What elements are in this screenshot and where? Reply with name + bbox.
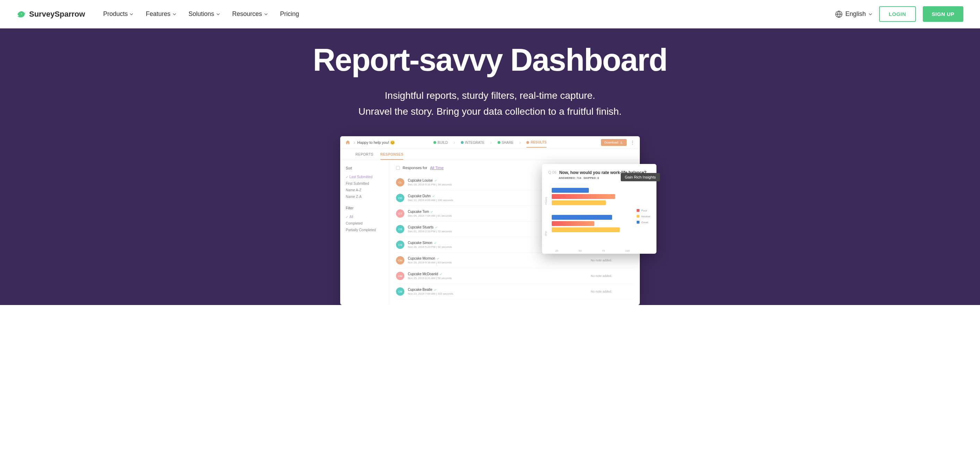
legend-poor: Poor <box>637 209 650 212</box>
brand-name: SurveySparrow <box>29 10 85 19</box>
chevron-down-icon <box>216 13 220 16</box>
response-meta: Nov 28, 2019 9:36 AM | 83 seconds <box>408 261 452 264</box>
select-all-checkbox[interactable] <box>396 166 400 170</box>
sidebar: Sort Last Submitted First Submitted Name… <box>340 160 389 305</box>
verified-icon <box>434 179 437 182</box>
chevron-down-icon <box>173 13 176 16</box>
download-icon <box>620 141 623 144</box>
response-meta: Nov 23, 2019 7:04 AM | 103 seconds <box>408 292 453 295</box>
response-row[interactable]: CM Cupcake McDoanld Nov 25, 2019 8:21 AM… <box>396 268 633 284</box>
verified-icon <box>430 210 433 213</box>
insights-tooltip: Gain Rich Insights <box>621 173 660 181</box>
chevron-down-icon <box>869 13 872 16</box>
chart-bar <box>552 188 589 193</box>
sort-last-submitted[interactable]: Last Submitted <box>346 174 383 180</box>
tab-reports[interactable]: REPORTS <box>355 153 374 160</box>
filter-heading: Filter <box>346 206 383 210</box>
workflow-steps: BUILD › INTEGRATE › SHARE › RESULTS <box>433 139 547 146</box>
dashboard-tabs: REPORTS RESPONSES <box>340 149 640 160</box>
verified-icon <box>434 288 437 291</box>
response-name: Cupcake Simon <box>408 241 452 245</box>
chevron-down-icon <box>130 13 133 16</box>
site-header: SurveySparrow Products Features Solution… <box>0 0 980 29</box>
main-nav: Products Features Solutions Resources Pr… <box>103 10 299 17</box>
hero-title: Report-savvy Dashboard <box>0 42 980 78</box>
logo[interactable]: SurveySparrow <box>17 10 85 19</box>
verified-icon <box>437 257 439 260</box>
question-number: Q 06 <box>548 170 557 174</box>
dashboard-topbar: › Happy to help you! 😊 BUILD › INTEGRATE… <box>340 136 640 149</box>
y-axis: #Salary #PM <box>542 185 550 248</box>
response-name: Cupcake Louise <box>408 178 452 182</box>
filter-all[interactable]: All <box>346 213 383 220</box>
response-name: Cupcake McDoanld <box>408 272 452 276</box>
tab-responses[interactable]: RESPONSES <box>380 153 404 160</box>
hero-subtitle-2: Unravel the story. Bring your data colle… <box>0 103 980 119</box>
chart: #Salary #PM 25 50 75 100 Poor Neutral Gr… <box>548 185 650 248</box>
avatar: CT <box>396 209 404 218</box>
avatar: CS <box>396 225 404 233</box>
signup-button[interactable]: SIGN UP <box>923 6 963 22</box>
step-results[interactable]: RESULTS <box>527 140 547 148</box>
dashboard-preview: › Happy to help you! 😊 BUILD › INTEGRATE… <box>340 136 640 305</box>
verified-icon <box>435 226 438 229</box>
header-right: English LOGIN SIGN UP <box>835 6 963 22</box>
response-row[interactable]: CM Cupcake Mormon Nov 28, 2019 9:36 AM |… <box>396 253 633 268</box>
step-share[interactable]: SHARE <box>497 141 513 145</box>
response-name: Cupcake Duhn <box>408 194 453 198</box>
sort-heading: Sort <box>346 166 383 170</box>
chart-legend: Poor Neutral Great <box>637 209 650 224</box>
download-button[interactable]: Download <box>601 139 627 146</box>
filter-completed[interactable]: Completed <box>346 220 383 227</box>
nav-pricing[interactable]: Pricing <box>280 10 299 17</box>
nav-products[interactable]: Products <box>103 10 133 17</box>
home-icon[interactable] <box>345 140 351 145</box>
avatar: CL <box>396 178 404 186</box>
response-meta: Dec 04, 2019 7:04 AM | 81 seconds <box>408 214 452 217</box>
hero-subtitle-1: Insightful reports, sturdy filters, real… <box>0 88 980 103</box>
chart-bar <box>552 227 620 232</box>
avatar: CB <box>396 287 404 296</box>
avatar: CD <box>396 194 404 202</box>
more-icon[interactable]: ⋮ <box>630 140 635 145</box>
verified-icon <box>434 242 437 244</box>
legend-great: Great <box>637 221 650 224</box>
response-name: Cupcake Mormon <box>408 256 452 260</box>
nav-resources[interactable]: Resources <box>232 10 268 17</box>
chart-bars: #Salary #PM 25 50 75 100 <box>548 185 633 248</box>
sparrow-icon <box>17 10 26 19</box>
chevron-down-icon <box>264 13 268 16</box>
response-row[interactable]: CB Cupcake Beatle Nov 23, 2019 7:04 AM |… <box>396 284 633 299</box>
response-meta: Dec 18, 2019 5:31 PM | 34 seconds <box>408 183 452 186</box>
insights-card: Gain Rich Insights Q 06 Now, how would y… <box>542 164 657 254</box>
globe-icon <box>835 10 843 18</box>
chart-bar <box>552 215 612 220</box>
response-name: Cupcake Tom <box>408 210 452 213</box>
sort-name-za[interactable]: Name Z-A <box>346 193 383 200</box>
verified-icon <box>439 273 442 275</box>
avatar: CS <box>396 240 404 249</box>
nav-solutions[interactable]: Solutions <box>189 10 220 17</box>
response-note: No note added. <box>590 274 612 278</box>
response-name: Cupcake Beatle <box>408 288 453 291</box>
step-integrate[interactable]: INTEGRATE <box>461 141 484 145</box>
response-note: No note added. <box>590 259 612 262</box>
language-selector[interactable]: English <box>835 10 872 18</box>
sort-first-submitted[interactable]: First Submitted <box>346 180 383 187</box>
step-build[interactable]: BUILD <box>433 141 448 145</box>
response-note: No note added. <box>590 290 612 293</box>
response-meta: Dec 01, 2019 2:10 PM | 72 seconds <box>408 230 452 233</box>
avatar: CM <box>396 272 404 280</box>
verified-icon <box>432 195 435 197</box>
response-name: Cupcake Stuarts <box>408 225 452 229</box>
filter-partial[interactable]: Partially Completed <box>346 227 383 233</box>
nav-features[interactable]: Features <box>146 10 176 17</box>
avatar: CM <box>396 256 404 264</box>
timerange-link[interactable]: All Time <box>430 166 444 170</box>
chart-bar <box>552 200 606 205</box>
chart-bar <box>552 221 594 226</box>
sort-name-az[interactable]: Name A-Z <box>346 187 383 193</box>
x-axis: 25 50 75 100 <box>552 249 633 252</box>
login-button[interactable]: LOGIN <box>879 6 916 22</box>
hero-section: Report-savvy Dashboard Insightful report… <box>0 29 980 305</box>
